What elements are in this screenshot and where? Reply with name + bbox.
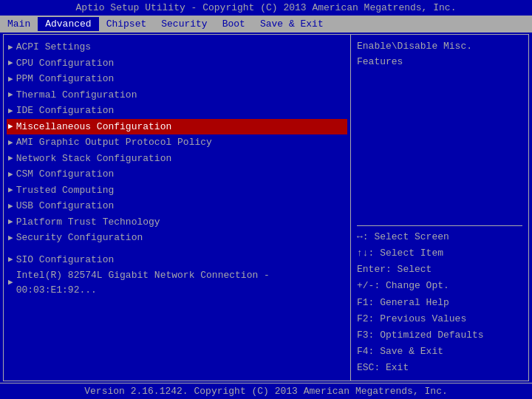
arrow-icon: ▶ bbox=[8, 232, 13, 245]
menu-item-security[interactable]: Security bbox=[154, 17, 214, 31]
menu-entry[interactable]: ▶USB Configuration bbox=[7, 198, 347, 214]
arrow-icon: ▶ bbox=[8, 276, 13, 289]
left-panel: ▶ACPI Settings▶CPU Configuration▶PPM Con… bbox=[4, 35, 351, 381]
menu-entry[interactable]: ▶PPM Configuration bbox=[7, 71, 347, 87]
menu-item-save--exit[interactable]: Save & Exit bbox=[253, 17, 331, 31]
menu-entry[interactable]: ▶SIO Configuration bbox=[7, 252, 347, 268]
key-help-line: F3: Optimized Defaults bbox=[357, 327, 522, 344]
arrow-icon: ▶ bbox=[8, 216, 13, 228]
key-help-line: ↔: Select Screen bbox=[357, 229, 522, 245]
title-text: Aptio Setup Utility - Copyright (C) 2013… bbox=[76, 2, 457, 13]
menu-entry[interactable]: ▶CSM Configuration bbox=[7, 166, 347, 183]
key-help-line: F4: Save & Exit bbox=[357, 344, 522, 360]
entry-label: CSM Configuration bbox=[16, 167, 115, 182]
key-help-line: +/-: Change Opt. bbox=[357, 278, 522, 294]
menu-entry[interactable]: ▶Trusted Computing bbox=[7, 183, 347, 199]
entry-label: USB Configuration bbox=[16, 199, 115, 214]
title-bar: Aptio Setup Utility - Copyright (C) 2013… bbox=[0, 0, 532, 16]
menu-item-boot[interactable]: Boot bbox=[215, 17, 253, 31]
key-help-line: F2: Previous Values bbox=[357, 311, 522, 327]
main-content: ▶ACPI Settings▶CPU Configuration▶PPM Con… bbox=[3, 34, 529, 381]
key-help-line: ↑↓: Select Item bbox=[357, 245, 522, 262]
status-text: Version 2.16.1242. Copyright (C) 2013 Am… bbox=[84, 386, 447, 397]
menu-entry[interactable]: ▶AMI Graphic Output Protocol Policy bbox=[7, 134, 347, 151]
arrow-icon: ▶ bbox=[8, 152, 13, 165]
entry-label: AMI Graphic Output Protocol Policy bbox=[16, 135, 212, 150]
entry-label: Trusted Computing bbox=[16, 183, 115, 198]
bios-screen: Aptio Setup Utility - Copyright (C) 2013… bbox=[0, 0, 532, 399]
menu-entry[interactable]: ▶Thermal Configuration bbox=[7, 87, 347, 103]
entry-label: Miscellaneous Configuration bbox=[16, 120, 172, 134]
entry-label: Security Configuration bbox=[16, 231, 143, 245]
menu-bar: MainAdvancedChipsetSecurityBootSave & Ex… bbox=[0, 16, 532, 33]
menu-entry[interactable]: ▶Miscellaneous Configuration bbox=[7, 119, 347, 135]
key-help-line: F1: General Help bbox=[357, 295, 522, 311]
menu-item-advanced[interactable]: Advanced bbox=[38, 17, 98, 31]
right-panel: Enable\Disable Misc. Features ↔: Select … bbox=[351, 35, 528, 381]
key-help-line: ESC: Exit bbox=[357, 360, 522, 376]
entry-label: ACPI Settings bbox=[16, 40, 91, 55]
arrow-icon: ▶ bbox=[8, 120, 13, 133]
arrow-icon: ▶ bbox=[8, 184, 13, 197]
arrow-icon: ▶ bbox=[8, 105, 13, 117]
arrow-icon: ▶ bbox=[8, 89, 13, 101]
entry-label: Thermal Configuration bbox=[16, 88, 137, 103]
menu-entry[interactable]: ▶ACPI Settings bbox=[7, 39, 347, 55]
menu-entry[interactable]: ▶Network Stack Configuration bbox=[7, 151, 347, 167]
arrow-icon: ▶ bbox=[8, 168, 13, 181]
entry-label: SIO Configuration bbox=[16, 253, 115, 267]
menu-item-chipset[interactable]: Chipset bbox=[99, 17, 154, 31]
help-description: Enable\Disable Misc. Features bbox=[357, 39, 522, 70]
key-help: ↔: Select Screen↑↓: Select ItemEnter: Se… bbox=[357, 229, 522, 376]
menu-entry[interactable]: ▶Intel(R) 82574L Gigabit Network Connect… bbox=[7, 267, 347, 298]
arrow-icon: ▶ bbox=[8, 253, 13, 266]
menu-entry[interactable]: ▶Platform Trust Technology bbox=[7, 214, 347, 231]
status-bar: Version 2.16.1242. Copyright (C) 2013 Am… bbox=[0, 383, 532, 399]
arrow-icon: ▶ bbox=[8, 200, 13, 213]
arrow-icon: ▶ bbox=[8, 41, 13, 54]
entry-label: Intel(R) 82574L Gigabit Network Connecti… bbox=[16, 268, 346, 297]
entry-label: PPM Configuration bbox=[16, 72, 115, 86]
entry-label: CPU Configuration bbox=[16, 56, 115, 71]
entry-label: IDE Configuration bbox=[16, 103, 115, 118]
arrow-icon: ▶ bbox=[8, 137, 13, 149]
menu-item-main[interactable]: Main bbox=[0, 17, 38, 31]
entry-label: Platform Trust Technology bbox=[16, 215, 160, 230]
divider bbox=[357, 225, 522, 226]
menu-entry[interactable]: ▶IDE Configuration bbox=[7, 103, 347, 119]
arrow-icon: ▶ bbox=[8, 73, 13, 86]
entry-label: Network Stack Configuration bbox=[16, 151, 172, 166]
key-help-line: Enter: Select bbox=[357, 262, 522, 278]
arrow-icon: ▶ bbox=[8, 57, 13, 69]
menu-entry[interactable]: ▶CPU Configuration bbox=[7, 55, 347, 72]
menu-entry[interactable]: ▶Security Configuration bbox=[7, 230, 347, 246]
